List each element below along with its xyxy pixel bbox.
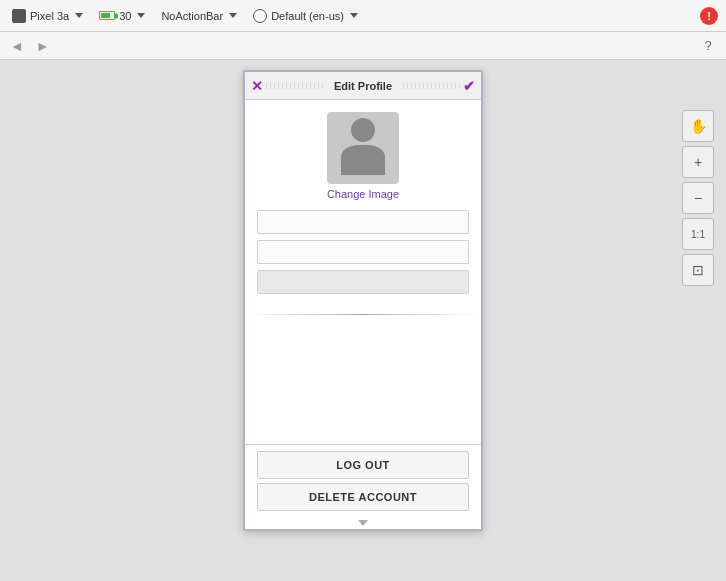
zoom-out-button[interactable]: −: [682, 182, 714, 214]
battery-icon: [99, 11, 115, 20]
help-button[interactable]: ?: [698, 36, 718, 56]
device-chevron-icon: [75, 13, 83, 18]
email-field[interactable]: [257, 270, 469, 294]
hand-tool-button[interactable]: ✋: [682, 110, 714, 142]
dialog-content: Change Image: [245, 100, 481, 308]
change-image-button[interactable]: Change Image: [327, 188, 399, 200]
name-field[interactable]: [257, 210, 469, 234]
minus-icon: −: [694, 190, 702, 206]
wavy-right-decoration: [400, 83, 463, 89]
forward-arrow-icon[interactable]: ►: [34, 36, 52, 56]
main-area: ✕ Edit Profile ✔ Change Image: [0, 60, 726, 581]
nav-bar: ◄ ► ?: [0, 32, 726, 60]
close-button[interactable]: ✕: [251, 78, 263, 94]
error-label: !: [707, 10, 711, 22]
device-label: Pixel 3a: [30, 10, 69, 22]
ratio-label: 1:1: [691, 229, 705, 240]
plus-icon: +: [694, 154, 702, 170]
device-icon: [12, 9, 26, 23]
hand-icon: ✋: [690, 118, 707, 134]
scroll-down-icon: [358, 520, 368, 526]
avatar-head: [351, 118, 375, 142]
delete-account-button[interactable]: DELETE ACCOUNT: [257, 483, 469, 511]
username-field[interactable]: [257, 240, 469, 264]
edit-profile-dialog: ✕ Edit Profile ✔ Change Image: [243, 70, 483, 531]
actionbar-selector[interactable]: NoActionBar: [157, 8, 241, 24]
avatar-body: [341, 145, 385, 175]
bottom-buttons: LOG OUT DELETE ACCOUNT: [245, 444, 481, 517]
error-badge[interactable]: !: [700, 7, 718, 25]
back-arrow-icon[interactable]: ◄: [8, 36, 26, 56]
avatar-section: Change Image: [257, 112, 469, 200]
battery-chevron-icon: [137, 13, 145, 18]
device-selector[interactable]: Pixel 3a: [8, 7, 87, 25]
bio-textarea[interactable]: [245, 321, 481, 441]
scroll-indicator: [245, 517, 481, 529]
dialog-title-bar: ✕ Edit Profile ✔: [245, 72, 481, 100]
logout-button[interactable]: LOG OUT: [257, 451, 469, 479]
globe-icon: [253, 9, 267, 23]
right-tools: ✋ + − 1:1 ⊡: [682, 110, 714, 286]
battery-label: 30: [119, 10, 131, 22]
confirm-button[interactable]: ✔: [463, 78, 475, 94]
wavy-left-decoration: [263, 83, 326, 89]
actionbar-label: NoActionBar: [161, 10, 223, 22]
separator: [245, 314, 481, 315]
zoom-in-button[interactable]: +: [682, 146, 714, 178]
ratio-button[interactable]: 1:1: [682, 218, 714, 250]
dialog-title: Edit Profile: [326, 80, 400, 92]
frame-icon: ⊡: [692, 262, 704, 278]
battery-selector[interactable]: 30: [95, 8, 149, 24]
locale-chevron-icon: [350, 13, 358, 18]
locale-label: Default (en-us): [271, 10, 344, 22]
avatar-container: [327, 112, 399, 184]
avatar-silhouette: [337, 118, 389, 178]
frame-button[interactable]: ⊡: [682, 254, 714, 286]
locale-selector[interactable]: Default (en-us): [249, 7, 362, 25]
top-toolbar: Pixel 3a 30 NoActionBar Default (en-us) …: [0, 0, 726, 32]
actionbar-chevron-icon: [229, 13, 237, 18]
